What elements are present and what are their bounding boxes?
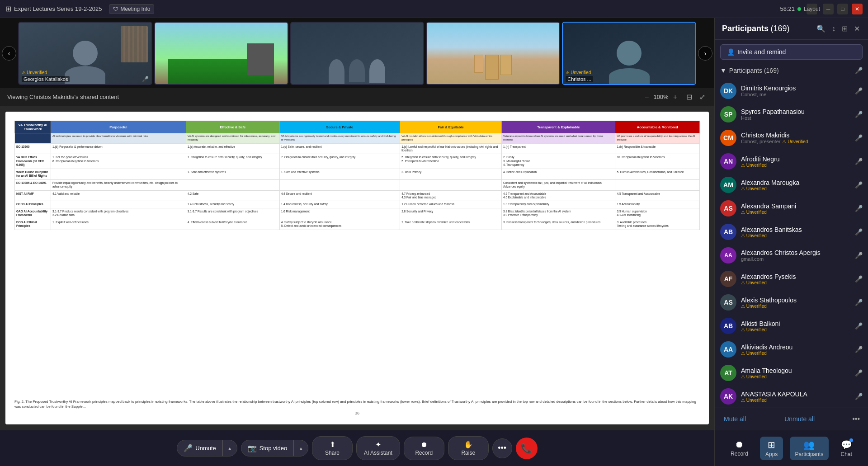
- list-item[interactable]: DK Dimitris Kenourgios Cohost, me 🎤: [715, 79, 868, 103]
- panel-more-options-button[interactable]: •••: [851, 414, 861, 424]
- unverified-badge: ⚠ Unverified: [741, 374, 767, 379]
- avatar: SP: [720, 106, 736, 122]
- list-item[interactable]: AA Alkiviadis Andreou ⚠ Unverified 🎤: [715, 338, 868, 361]
- mute-icon: 🎤: [855, 134, 863, 141]
- shared-content-header-right: − 100% + ⊟ ⤢: [643, 91, 707, 103]
- raise-label: Raise: [461, 450, 475, 456]
- list-item[interactable]: AK ANASTASIA KAPOULA ⚠ Unverified 🎤: [715, 385, 868, 408]
- list-item[interactable]: AA Alexandros Christos Apergis gmail.com…: [715, 244, 868, 267]
- invite-remind-button[interactable]: 👤 Invite and remind: [720, 44, 863, 60]
- maximize-button[interactable]: □: [837, 4, 848, 14]
- shield-icon: 🛡: [113, 6, 118, 12]
- video-tile-4[interactable]: [426, 22, 560, 85]
- video-tile-1[interactable]: ⚠Unverified Georgios Kataliakos 🎤: [18, 22, 152, 85]
- share-button[interactable]: ⬆ Share: [312, 436, 353, 460]
- participants-panel-button[interactable]: 👥 Participants: [790, 437, 829, 460]
- chevron-down-icon: ▼: [720, 67, 726, 74]
- participant-role: ⚠ Unverified: [741, 210, 850, 215]
- raise-button[interactable]: ✋ Raise: [448, 436, 489, 460]
- avatar: CM: [720, 130, 736, 146]
- avatar: AF: [720, 271, 736, 287]
- zoom-in-button[interactable]: +: [671, 93, 679, 101]
- video-strip: ‹ ⚠Unverified Georgios Kataliakos: [0, 18, 714, 88]
- record-button[interactable]: ⏺ Record: [404, 437, 444, 460]
- mute-all-button[interactable]: Mute all: [722, 414, 748, 424]
- mute-icon: 🎤: [855, 111, 863, 118]
- shared-content-label: Viewing Christos Makridis's shared conte…: [7, 94, 119, 100]
- video-tile-3[interactable]: [290, 22, 425, 85]
- participant-name: Alexandros Banitskas: [741, 226, 850, 233]
- stop-video-label: Stop video: [259, 445, 287, 452]
- participant-info: Amalia Theologou ⚠ Unverified: [741, 367, 850, 379]
- stop-video-main-part[interactable]: 📷 Stop video: [241, 440, 294, 456]
- more-button[interactable]: •••: [492, 438, 512, 458]
- ai-assistant-button[interactable]: ✦ AI Assistant: [356, 436, 400, 460]
- participant-info: Christos Makridis Cohost, presenter ⚠ Un…: [741, 132, 850, 144]
- mute-icon: 🎤: [855, 158, 863, 165]
- participants-panel-label: Participants: [795, 451, 824, 457]
- list-item[interactable]: AB Alexandros Banitskas ⚠ Unverified 🎤: [715, 220, 868, 244]
- document-area: VA Trustworthy AI Framework Purposeful E…: [5, 112, 709, 424]
- list-item[interactable]: AS Alexandra Sampani ⚠ Unverified 🎤: [715, 197, 868, 220]
- top-bar: ⊞ Expert Lectures Series 19-2-2025 🛡 Mee…: [0, 0, 868, 18]
- participants-toggle[interactable]: ▼ Participants (169): [720, 67, 779, 74]
- list-item[interactable]: AS Alexis Stathopoulos ⚠ Unverified 🎤: [715, 291, 868, 314]
- fullscreen-button[interactable]: ⤢: [698, 91, 707, 103]
- list-item[interactable]: CM Christos Makridis Cohost, presenter ⚠…: [715, 126, 868, 150]
- unverified-badge: ⚠ Unverified: [741, 163, 767, 168]
- nav-left-button[interactable]: ‹: [2, 46, 16, 61]
- nav-right-button[interactable]: ›: [698, 46, 712, 61]
- avatar: AT: [720, 365, 736, 381]
- panel-close-button[interactable]: ✕: [853, 24, 861, 34]
- panel-popout-button[interactable]: ⊞: [841, 24, 849, 34]
- mute-icon: 🎤: [855, 228, 863, 235]
- minimize-button[interactable]: ─: [823, 4, 834, 14]
- record-label: Record: [415, 450, 433, 456]
- list-item[interactable]: AT Amalia Theologou ⚠ Unverified 🎤: [715, 361, 868, 385]
- record-panel-button[interactable]: ⏺ Record: [725, 437, 754, 460]
- participant-name: Alkiviadis Andreou: [741, 344, 850, 351]
- video-tile-2[interactable]: [154, 22, 288, 85]
- stop-video-arrow[interactable]: ▲: [294, 442, 308, 455]
- panel-sort-button[interactable]: ↕: [831, 24, 836, 34]
- participant-info: ANASTASIA KAPOULA ⚠ Unverified: [741, 391, 850, 403]
- unverified-badge: ⚠ Unverified: [741, 280, 767, 285]
- meeting-title: ⊞ Expert Lectures Series 19-2-2025: [5, 5, 102, 13]
- table-row: VA Data Ethics Framework (38 CFR 0.605) …: [15, 154, 700, 169]
- list-item[interactable]: AB Alkisti Balkoni ⚠ Unverified 🎤: [715, 314, 868, 338]
- side-by-side-button[interactable]: ⊟: [684, 91, 694, 103]
- participants-section-header: ▼ Participants (169) 🎤: [715, 64, 868, 77]
- meeting-info-button[interactable]: 🛡 Meeting Info: [109, 4, 154, 14]
- chat-panel-button[interactable]: 💬 Chat: [835, 437, 858, 460]
- top-bar-left: ⊞ Expert Lectures Series 19-2-2025 🛡 Mee…: [5, 4, 154, 14]
- list-item[interactable]: SP Spyros Papathanasiou Host 🎤: [715, 103, 868, 126]
- unmute-all-button[interactable]: Unmute all: [783, 414, 816, 424]
- close-button[interactable]: ✕: [852, 4, 863, 14]
- end-call-button[interactable]: 📞: [516, 438, 538, 459]
- participant-name: Spyros Papathanasiou: [741, 108, 850, 115]
- avatar: AN: [720, 153, 736, 169]
- participant-info: Alkiviadis Andreou ⚠ Unverified: [741, 344, 850, 356]
- layout-button[interactable]: Layout: [807, 4, 817, 14]
- avatar: DK: [720, 83, 736, 99]
- participant-name: Alexis Stathopoulos: [741, 297, 850, 304]
- list-item[interactable]: AM Alexandra Marougka ⚠ Unverified 🎤: [715, 173, 868, 197]
- participant-info: Alexandros Christos Apergis gmail.com: [741, 249, 850, 262]
- participant-name: ANASTASIA KAPOULA: [741, 391, 850, 398]
- unmute-main-part[interactable]: 🎤 Unmute: [177, 440, 223, 456]
- participant-role: ⚠ Unverified: [741, 327, 850, 332]
- video-icon: 📷: [248, 444, 257, 452]
- table-row: EO 13985 & EO 14091 Provide equal opport…: [15, 179, 700, 190]
- share-icon: ⬆: [330, 440, 335, 449]
- video-tile-5[interactable]: ⚠Unverified Christos ...: [562, 22, 696, 85]
- list-item[interactable]: AN Afroditi Negru ⚠ Unverified 🎤: [715, 150, 868, 173]
- unmute-arrow[interactable]: ▲: [223, 442, 237, 455]
- participant-info: Alexandra Marougka ⚠ Unverified: [741, 179, 850, 191]
- zoom-out-button[interactable]: −: [643, 93, 651, 101]
- record-icon: ⏺: [420, 441, 428, 449]
- apps-panel-button[interactable]: ⊞ Apps: [760, 437, 783, 460]
- zoom-controls: − 100% +: [643, 93, 679, 101]
- panel-search-button[interactable]: 🔍: [816, 24, 826, 34]
- participant-info: Alexandros Fysekis ⚠ Unverified: [741, 273, 850, 285]
- list-item[interactable]: AF Alexandros Fysekis ⚠ Unverified 🎤: [715, 267, 868, 291]
